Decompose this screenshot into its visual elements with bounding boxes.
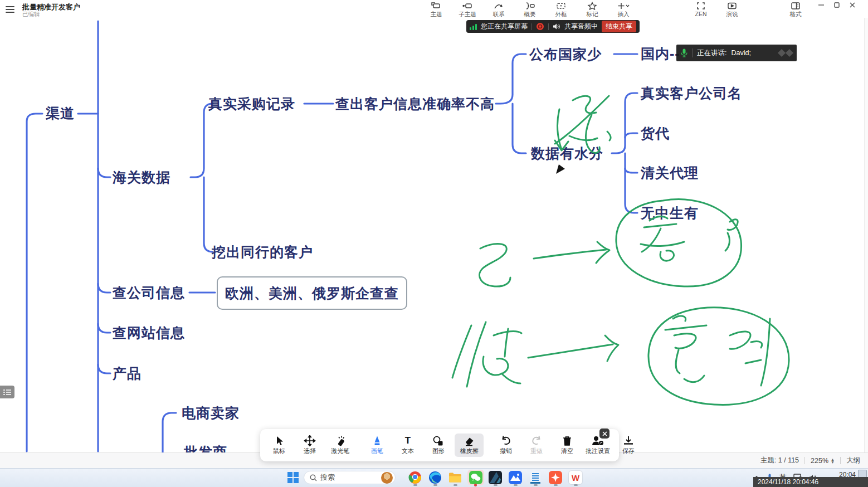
- annotation-toolbar-close-button[interactable]: [599, 428, 609, 439]
- stop-share-button[interactable]: 结束共享: [602, 21, 636, 32]
- mouse-tool[interactable]: 鼠标: [265, 434, 294, 457]
- zoom-level: 225%: [811, 457, 828, 465]
- map-node-company-info[interactable]: 查公司信息: [113, 284, 185, 302]
- divider: [804, 457, 805, 464]
- text-tool-icon: T: [405, 435, 411, 446]
- divider: [692, 48, 693, 57]
- wechat-notification-dot: [474, 484, 477, 486]
- text-tool[interactable]: T 文本: [393, 434, 422, 457]
- toolbar-topic-button[interactable]: 主题: [425, 2, 447, 18]
- toolbar-insert-button[interactable]: 插入: [612, 2, 635, 18]
- taskbar-wechat[interactable]: [469, 471, 482, 484]
- close-icon: [602, 431, 607, 436]
- map-node-fabricated[interactable]: 无中生有: [641, 204, 699, 222]
- summary-icon: [525, 2, 535, 10]
- outline-toggle[interactable]: 大纲: [846, 456, 860, 465]
- map-node-customs-agent[interactable]: 清关代理: [641, 164, 699, 182]
- toolbar-marker-button[interactable]: 标记: [581, 2, 603, 18]
- map-node-website-info[interactable]: 查网站信息: [113, 324, 185, 342]
- zoom-stepper-icon[interactable]: ▲▼: [831, 458, 835, 464]
- minimize-button[interactable]: [813, 1, 829, 10]
- taskbar-notes-app[interactable]: [529, 471, 542, 484]
- taskbar-meeting-app[interactable]: [509, 471, 522, 484]
- marker-star-icon: [587, 2, 597, 10]
- eraser-tool[interactable]: 橡皮擦: [455, 434, 484, 457]
- insert-plus-icon: [617, 2, 630, 10]
- folder-icon: [448, 471, 462, 484]
- map-node-channel[interactable]: 渠道: [46, 104, 75, 123]
- divider: [840, 457, 841, 464]
- undo-icon: [500, 435, 512, 446]
- meeting-logo-icon: [786, 49, 793, 57]
- map-node-qichacha-box[interactable]: 欧洲、美洲、俄罗斯企查查: [217, 276, 407, 310]
- close-button[interactable]: [845, 1, 860, 10]
- clear-all-button[interactable]: 清空: [553, 434, 582, 457]
- map-node-watered-data[interactable]: 数据有水分: [531, 144, 603, 163]
- menu-icon[interactable]: [6, 4, 14, 14]
- ink-annotations: [0, 0, 868, 487]
- toolbar-relationship-button[interactable]: 联系: [487, 2, 510, 18]
- record-icon[interactable]: [536, 22, 544, 31]
- outline-float-button[interactable]: [0, 386, 14, 398]
- speaking-banner: 正在讲话: David;: [676, 45, 797, 61]
- save-annotation-button[interactable]: 保存: [614, 434, 643, 457]
- shape-tool[interactable]: 图形: [424, 434, 453, 457]
- pen-tool[interactable]: 画笔: [363, 434, 392, 457]
- audio-share-text: 共享音频中: [564, 22, 598, 31]
- dark-app-icon: [489, 471, 502, 484]
- sharing-text: 您正在共享屏幕: [481, 22, 528, 31]
- laser-pointer-icon: [334, 435, 347, 446]
- running-indicator: [453, 484, 457, 486]
- taskbar-file-explorer[interactable]: [448, 471, 462, 484]
- maximize-icon: [833, 2, 840, 8]
- zen-icon: [696, 2, 705, 10]
- taskbar-edge[interactable]: [428, 471, 442, 484]
- laser-pointer-tool[interactable]: 激光笔: [326, 434, 355, 457]
- map-node-real-company[interactable]: 真实客户公司名: [641, 84, 742, 103]
- minimize-icon: [818, 2, 825, 8]
- map-node-few-countries[interactable]: 公布国家少: [529, 45, 602, 64]
- calendar-tray-icon[interactable]: [858, 470, 867, 478]
- title-bar: 批量精准开发客户 已编辑 主题 子主题 联系 概要 外框: [0, 0, 868, 18]
- taskbar-wps[interactable]: W: [569, 471, 582, 484]
- select-tool[interactable]: 选择: [295, 434, 324, 457]
- toolbar-summary-button[interactable]: 概要: [519, 2, 541, 18]
- map-node-freight[interactable]: 货代: [641, 124, 670, 143]
- windows-logo-icon: [287, 472, 299, 483]
- running-indicator: [433, 484, 437, 486]
- taskbar-dark-app[interactable]: [489, 471, 502, 484]
- start-button[interactable]: [287, 472, 299, 483]
- running-indicator: [514, 484, 518, 486]
- map-node-purchase-record[interactable]: 真实采购记录: [208, 95, 295, 113]
- taskbar-search[interactable]: 搜索: [304, 471, 396, 484]
- move-icon: [304, 435, 316, 446]
- toolbar-boundary-button[interactable]: 外框: [550, 2, 572, 18]
- zoom-control[interactable]: 225% ▲▼: [811, 457, 835, 465]
- taskbar-chrome[interactable]: [408, 471, 422, 484]
- running-indicator: [413, 484, 417, 486]
- map-node-ecommerce[interactable]: 电商卖家: [182, 404, 240, 422]
- map-node-accuracy-low[interactable]: 查出客户信息准确率不高: [335, 95, 495, 113]
- toolbar-subtopic-button[interactable]: 子主题: [456, 2, 479, 18]
- search-placeholder: 搜索: [320, 473, 378, 483]
- undo-button[interactable]: 撤销: [491, 434, 520, 457]
- format-button[interactable]: 格式: [784, 2, 807, 18]
- map-node-peer-customers[interactable]: 挖出同行的客户: [212, 243, 313, 261]
- taskbar-orange-app[interactable]: [549, 471, 562, 484]
- divider: [531, 23, 532, 30]
- map-node-domestic[interactable]: 国内--: [641, 45, 680, 63]
- chrome-icon: [408, 471, 422, 484]
- map-node-product[interactable]: 产品: [113, 364, 142, 383]
- present-button[interactable]: 演说: [721, 2, 743, 18]
- map-node-customs-data[interactable]: 海关数据: [113, 168, 170, 187]
- redo-button[interactable]: 重做: [522, 434, 551, 457]
- search-highlight-icon: [381, 472, 393, 484]
- trash-icon: [561, 435, 573, 446]
- zen-mode-button[interactable]: ZEN: [690, 2, 712, 18]
- wps-icon: W: [569, 471, 582, 484]
- maximize-button[interactable]: [829, 1, 845, 10]
- close-icon: [849, 2, 856, 8]
- format-panel-icon: [791, 2, 801, 10]
- topic-count: 主题: 1 / 115: [760, 456, 799, 465]
- wechat-icon: [469, 471, 482, 484]
